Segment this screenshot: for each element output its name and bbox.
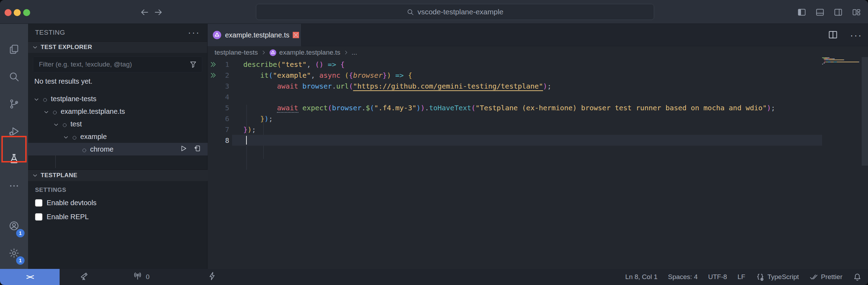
tree-item-chrome[interactable]: chrome [28, 143, 208, 155]
breadcrumb-item[interactable]: example.testplane.ts [279, 49, 340, 56]
toggle-sidebar-icon[interactable] [796, 8, 807, 17]
chevron-down-icon[interactable] [63, 134, 69, 139]
status-spaces-4[interactable]: Spaces: 4 [668, 273, 698, 281]
split-editor-icon[interactable] [828, 29, 838, 41]
vscode-window: vscode-testplane-example 11 TESTING ··· … [0, 0, 868, 285]
test-filter-input[interactable] [38, 60, 189, 69]
zoom-window-button[interactable] [23, 9, 30, 16]
tree-item-testplane-tests[interactable]: testplane-tests [28, 92, 208, 105]
titlebar: vscode-testplane-example [0, 0, 868, 24]
magnifier-icon [407, 8, 414, 16]
editor-group: example.testplane.ts ··· testplane-tests… [208, 24, 868, 269]
status-typescript[interactable]: TypeScript [756, 273, 799, 281]
section-test-explorer[interactable]: TEST EXPLORER [28, 41, 207, 53]
sidebar-testing: TESTING ··· TEST EXPLORER No test result… [28, 24, 208, 269]
breadcrumb-item[interactable]: testplane-tests [215, 49, 258, 56]
status-label: LF [738, 273, 745, 281]
customize-layout-icon[interactable] [851, 8, 862, 17]
code-line-5[interactable]: 5 await expect(browser.$(".f4.my-3")).to… [208, 102, 868, 113]
activity-item-explorer[interactable] [0, 36, 28, 64]
status-bell[interactable] [853, 273, 862, 281]
debug-icon [8, 126, 20, 138]
breadcrumb[interactable]: testplane-testsexample.testplane.ts... [208, 46, 868, 59]
code-line-8[interactable]: 8 [208, 135, 868, 146]
toggle-panel-icon[interactable] [815, 8, 825, 17]
tree-item-example[interactable]: example [28, 130, 208, 143]
status-ln-8-col-1[interactable]: Ln 8, Col 1 [625, 273, 658, 281]
checkbox-unchecked[interactable] [35, 213, 42, 221]
layout-controls [796, 8, 862, 17]
test-filter-box[interactable] [33, 56, 202, 72]
close-window-button[interactable] [5, 9, 12, 16]
command-center-search[interactable]: vscode-testplane-example [256, 4, 654, 20]
run-test-gutter-icon[interactable] [208, 72, 217, 79]
status-lf[interactable]: LF [738, 273, 745, 281]
activity-item-testing[interactable] [0, 146, 28, 173]
chevron-down-icon[interactable] [53, 121, 59, 127]
line-number: 6 [217, 114, 229, 123]
line-number: 8 [217, 136, 229, 145]
status-zap[interactable] [208, 269, 217, 285]
telescope-icon [79, 271, 89, 283]
activity-item-more-views[interactable] [0, 173, 28, 200]
code-line-7[interactable]: 7}); [208, 124, 868, 135]
code-line-2[interactable]: 2 it("example", async ({browser}) => { [208, 70, 868, 81]
tree-item-example.testplane.ts[interactable]: example.testplane.ts [28, 105, 208, 118]
toggle-secondary-sidebar-icon[interactable] [833, 8, 843, 17]
section-testplane[interactable]: TESTPLANE [28, 169, 208, 181]
status-telescope[interactable] [79, 269, 89, 285]
line-number: 7 [217, 125, 229, 134]
activity-item-run-and-debug[interactable] [0, 118, 28, 146]
code-line-6[interactable]: 6 }); [208, 113, 868, 124]
text-cursor [246, 136, 247, 145]
chevron-down-icon[interactable] [34, 96, 39, 102]
chevron-right-icon [261, 50, 266, 55]
minimize-window-button[interactable] [14, 9, 21, 16]
chevron-down-icon[interactable] [43, 109, 49, 114]
status-label: Prettier [821, 273, 842, 281]
activity-item-search[interactable] [0, 64, 28, 91]
close-icon[interactable] [293, 32, 299, 38]
checkbox-unchecked[interactable] [35, 199, 42, 207]
tree-item-label: test [70, 120, 82, 128]
status-utf-8[interactable]: UTF-8 [708, 273, 727, 281]
pane-more-icon[interactable]: ··· [188, 31, 200, 34]
back-arrow-icon[interactable] [140, 7, 149, 17]
scrollbar-slider[interactable] [862, 57, 868, 166]
settings-checkboxes: Enable devtoolsEnable REPL [28, 198, 208, 222]
beaker-icon [8, 153, 20, 166]
code-line-4[interactable]: 4 [208, 91, 868, 102]
minimap[interactable] [822, 57, 862, 65]
files-icon [8, 44, 20, 56]
code-area[interactable]: 1describe("test", () => {2 it("example",… [208, 59, 868, 269]
code-line-1[interactable]: 1describe("test", () => { [208, 59, 868, 70]
breadcrumb-item[interactable]: ... [352, 49, 357, 56]
tab-example-testplane-ts[interactable]: example.testplane.ts [208, 24, 301, 46]
pane-title: TESTING [35, 29, 65, 36]
broadcast-icon [133, 271, 142, 283]
tree-indent-guide [55, 155, 56, 168]
run-test-gutter-icon[interactable] [208, 61, 217, 68]
activity-item-settings[interactable]: 1 [0, 240, 28, 267]
badge: 1 [16, 229, 25, 237]
zap-icon [208, 271, 217, 283]
status-broadcast[interactable]: 0 [133, 269, 150, 285]
line-number: 4 [217, 93, 229, 101]
tree-item-test[interactable]: test [28, 118, 208, 130]
tree-item-label: testplane-tests [51, 95, 96, 103]
testplane-logo-icon [269, 49, 277, 56]
funnel-icon[interactable] [189, 61, 197, 68]
activity-item-source-control[interactable] [0, 91, 28, 118]
tree-item-label: example.testplane.ts [61, 107, 125, 116]
forward-arrow-icon[interactable] [154, 7, 163, 17]
run-test-icon[interactable] [179, 145, 187, 154]
remote-indicator[interactable]: >< [0, 269, 60, 285]
status-label: Ln 8, Col 1 [625, 273, 658, 281]
activity-item-accounts[interactable]: 1 [0, 213, 28, 240]
more-actions-icon[interactable]: ··· [850, 32, 862, 39]
status-prettier[interactable]: Prettier [809, 273, 842, 281]
code-line-3[interactable]: 3 await browser.url("https://github.com/… [208, 81, 868, 91]
double-check-icon [809, 273, 818, 281]
go-to-test-icon[interactable] [194, 145, 201, 154]
code-text: }); [229, 114, 273, 123]
